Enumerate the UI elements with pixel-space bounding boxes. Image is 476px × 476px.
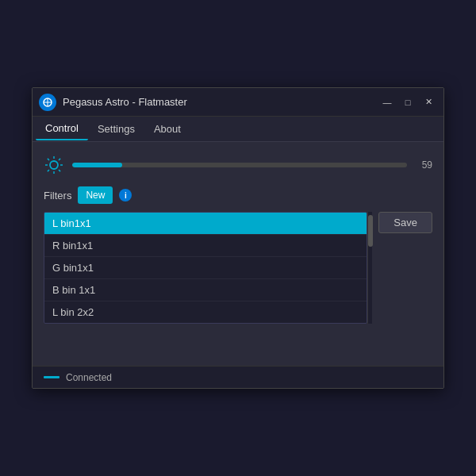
svg-line-8 [48,159,49,160]
filter-item-2[interactable]: G bin1x1 [44,257,367,279]
scrollbar-thumb[interactable] [368,215,373,247]
svg-point-3 [50,161,58,169]
new-filter-button[interactable]: New [78,186,113,204]
app-logo [39,94,56,111]
svg-line-11 [59,159,60,160]
connection-indicator [44,376,60,378]
minimize-button[interactable]: — [378,95,396,109]
brightness-row: 59 [44,152,432,178]
info-icon[interactable]: i [119,189,132,202]
svg-line-9 [59,170,60,171]
menu-item-settings[interactable]: Settings [88,118,144,140]
title-bar: Pegasus Astro - Flatmaster — □ ✕ [33,88,443,117]
filter-list-wrapper: L bin1x1 R bin1x1 G bin1x1 B bin 1x1 L b… [44,212,372,324]
save-button[interactable]: Save [378,212,432,233]
maximize-button[interactable]: □ [399,95,416,109]
filter-item-1[interactable]: R bin1x1 [44,235,367,257]
filter-item-4[interactable]: L bin 2x2 [44,301,367,323]
window-controls: — □ ✕ [378,95,437,109]
filters-label-row: Filters New i [44,186,432,204]
slider-fill [72,163,122,167]
menu-item-about[interactable]: About [144,118,190,140]
menu-item-control[interactable]: Control [36,118,88,140]
sun-icon [44,155,64,175]
brightness-slider-container[interactable]: 59 [72,159,432,171]
main-window: Pegasus Astro - Flatmaster — □ ✕ Control… [32,87,444,389]
status-bar: Connected [33,366,443,388]
filter-item-0[interactable]: L bin1x1 [44,213,367,235]
filters-label: Filters [44,190,71,202]
filter-scrollbar[interactable] [367,212,372,324]
window-title: Pegasus Astro - Flatmaster [63,96,378,108]
slider-track[interactable] [72,163,407,167]
filter-save-row: L bin1x1 R bin1x1 G bin1x1 B bin 1x1 L b… [44,212,432,356]
svg-line-10 [48,170,49,171]
filter-list[interactable]: L bin1x1 R bin1x1 G bin1x1 B bin 1x1 L b… [44,212,367,324]
content-area: 59 Filters New i L bin1x1 R bin1x1 [33,142,443,366]
close-button[interactable]: ✕ [420,95,437,109]
filter-item-3[interactable]: B bin 1x1 [44,279,367,301]
status-text: Connected [66,372,112,383]
menu-bar: Control Settings About [33,117,443,142]
brightness-value: 59 [413,159,432,171]
